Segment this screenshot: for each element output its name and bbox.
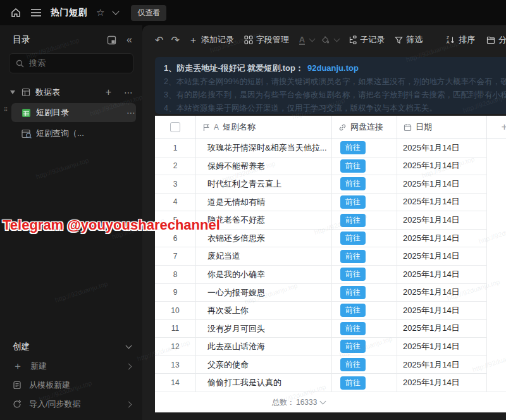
date-cell[interactable]: 2025年1月14日 [397,266,487,284]
column-header-link[interactable]: 网盘连接 [332,116,397,139]
row-number-cell: 1 [155,139,196,158]
date-cell[interactable]: 2025年1月14日 [397,284,487,302]
caret-down-icon[interactable] [10,90,15,94]
netdisk-link-cell: 前往 [332,211,397,230]
column-date-label: 日期 [416,121,432,133]
date-cell[interactable]: 2025年1月14日 [397,247,487,266]
sidebar-item-from-template[interactable]: 从模板新建 [0,376,142,395]
sidebar-item-new[interactable]: ＋ 新建 [0,357,142,376]
search-input[interactable]: 搜索 [9,53,133,73]
sidebar-item-drama-list[interactable]: ⠿ 短剧目录 ⋯ [11,103,136,122]
date-cell[interactable]: 2025年1月14日 [397,158,487,176]
chevron-right-icon [126,401,132,407]
go-button[interactable]: 前往 [340,322,366,335]
panel-toggle-icon[interactable] [107,35,116,45]
notice-line2: 2、本站集齐全网99%的短剧，请搜关键词或演员名字，如果这里没有，别的地方大概率… [164,75,506,89]
drama-name-cell[interactable]: 偷偷打工我是认真的 [196,374,332,392]
date-cell[interactable]: 2025年1月14日 [397,194,487,212]
drama-name-cell[interactable]: 没有岁月可回头 [196,320,332,338]
go-button[interactable]: 前往 [340,177,366,190]
drama-name-cell[interactable]: 道是无情却有晴 [196,194,332,212]
table-body: 1玫瑰花开情深时&相亲当天他拉...前往2025年1月14日2保姆不能帮养老前往… [155,139,506,392]
star-icon[interactable]: ☆ [96,7,104,18]
home-icon[interactable] [10,7,22,18]
go-button[interactable]: 前往 [340,376,366,390]
sidebar-item-import-sync[interactable]: 导入/同步数据 [0,395,142,414]
go-button[interactable]: 前往 [340,214,366,227]
chevron-down-icon[interactable] [320,398,326,405]
drama-name-cell[interactable]: 父亲的使命 [196,356,332,374]
date-cell[interactable]: 2025年1月14日 [397,374,487,392]
row-trailing-space [487,338,506,356]
row-number-cell: 4 [155,194,196,212]
add-record-button[interactable]: ＋ 添加记录 [188,34,234,46]
date-cell[interactable]: 2025年1月14日 [397,338,487,356]
sidebar-item-label: 短剧目录 [36,107,69,118]
date-cell[interactable]: 2025年1月14日 [397,230,487,248]
redo-icon[interactable]: ↷ [171,34,179,46]
site-link[interactable]: 92duanju.top [307,63,359,73]
doc-title: 热门短剧 [51,7,87,18]
netdisk-link-cell: 前往 [332,374,397,392]
sidebar-item-drama-query[interactable]: 短剧查询（... [11,124,136,143]
select-all-checkbox[interactable] [170,122,180,132]
group-button[interactable]: 分组 [486,34,506,46]
collapse-sidebar-icon[interactable]: « [126,37,132,43]
drama-name-cell[interactable]: 隐龙老爸不好惹 [196,211,332,230]
fill-color-button[interactable] [321,35,339,44]
add-table-icon[interactable]: + [106,87,111,98]
sort-icon: ZA [447,35,455,44]
column-header-name[interactable]: A 短剧名称 [196,116,332,139]
sidebar-group-tables[interactable]: 数据表 + ⋯ [0,83,142,101]
drama-name-cell[interactable]: 保姆不能帮养老 [196,158,332,176]
sub-record-button[interactable]: 子记录 [348,34,385,46]
row-number-cell: 5 [155,211,196,230]
table-row: 3时代红利之青云直上前往2025年1月14日 [155,175,506,194]
go-button[interactable]: 前往 [340,195,366,209]
netdisk-link-cell: 前往 [332,356,397,374]
drama-name-cell[interactable]: 再次爱上你 [196,302,332,320]
item-more-icon[interactable]: ⋯ [126,108,136,118]
go-button[interactable]: 前往 [340,340,366,353]
go-button[interactable]: 前往 [340,286,366,299]
go-button[interactable]: 前往 [340,268,366,281]
sort-button[interactable]: ZA 排序 [447,34,475,46]
field-manage-button[interactable]: 字段管理 [244,34,289,46]
drama-name-cell[interactable]: 时代红利之青云直上 [196,175,332,194]
go-button[interactable]: 前往 [340,159,366,173]
go-button[interactable]: 前往 [340,232,366,245]
filter-button[interactable]: 筛选 [395,34,423,46]
drama-name-cell[interactable]: 衣锦还乡倍思亲 [196,230,332,248]
go-button[interactable]: 前往 [340,304,366,317]
date-cell[interactable]: 2025年1月14日 [397,320,487,338]
netdisk-link-cell: 前往 [332,266,397,284]
calendar-icon [404,123,412,132]
chevron-down-icon[interactable] [113,8,120,15]
create-section-header[interactable]: 创建 [0,337,142,357]
go-button[interactable]: 前往 [340,141,366,154]
menu-icon[interactable] [30,8,42,17]
column-header-date[interactable]: 日期 [397,116,487,139]
date-cell[interactable]: 2025年1月14日 [397,302,487,320]
undo-icon[interactable]: ↶ [155,34,163,46]
date-cell[interactable]: 2025年1月14日 [397,211,487,230]
more-icon[interactable]: ⋯ [124,87,133,97]
go-button[interactable]: 前往 [340,358,366,371]
date-cell[interactable]: 2025年1月14日 [397,175,487,194]
date-cell[interactable]: 2025年1月14日 [397,139,487,158]
font-color-button[interactable]: A [299,35,314,45]
go-button[interactable]: 前往 [340,250,366,263]
row-number-cell: 9 [155,284,196,302]
sidebar-group-label: 数据表 [35,87,60,98]
drama-name-cell[interactable]: 玫瑰花开情深时&相亲当天他拉... [196,139,332,158]
drag-handle-icon[interactable]: ⠿ [4,108,10,111]
drama-name-cell[interactable]: 你是我的小确幸 [196,266,332,284]
date-cell[interactable]: 2025年1月14日 [397,356,487,374]
row-number-cell: 10 [155,302,196,320]
add-column-button[interactable]: + [487,116,506,139]
drama-name-cell[interactable]: 此去巫山话沧海 [196,338,332,356]
drama-name-cell[interactable]: 一心为报哥嫂恩 [196,284,332,302]
netdisk-link-cell: 前往 [332,139,397,158]
row-trailing-space [487,302,506,320]
drama-name-cell[interactable]: 废妃当道 [196,247,332,266]
